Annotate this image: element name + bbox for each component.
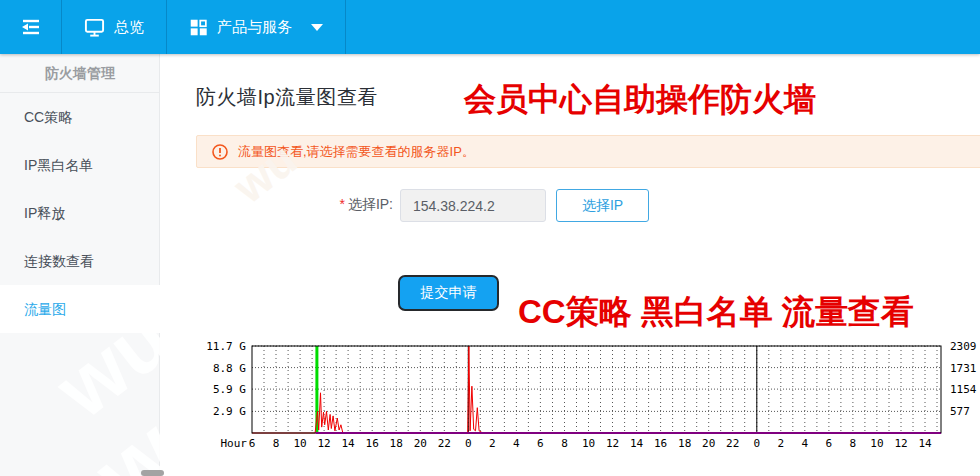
svg-text:11.7 G: 11.7 G: [206, 340, 246, 353]
info-alert: 流量图查看,请选择需要查看的服务器IP。: [196, 135, 980, 168]
svg-text:18: 18: [390, 437, 403, 450]
svg-text:5.9 G: 5.9 G: [213, 383, 246, 396]
svg-text:14: 14: [918, 437, 932, 450]
svg-text:6: 6: [537, 437, 544, 450]
sidebar: 防火墙管理 CC策略IP黑白名单IP释放连接数查看流量图: [0, 54, 160, 476]
chevron-down-icon: [311, 24, 323, 31]
svg-text:8: 8: [561, 437, 568, 450]
submit-request-button[interactable]: 提交申请: [398, 275, 499, 311]
svg-text:12: 12: [894, 437, 907, 450]
svg-text:2.9 G: 2.9 G: [213, 405, 246, 418]
svg-text:1731: 1731: [950, 362, 977, 375]
nav-item-overview[interactable]: 总览: [62, 0, 167, 54]
sidebar-menu: CC策略IP黑白名单IP释放连接数查看流量图: [0, 93, 159, 333]
page-title: 防火墙Ip流量图查看: [196, 84, 378, 111]
sidebar-item-connections-view[interactable]: 连接数查看: [0, 237, 159, 285]
y-axis-right-labels: 230917311154577: [950, 340, 977, 418]
svg-text:20: 20: [414, 437, 427, 450]
svg-text:0: 0: [753, 437, 760, 450]
svg-text:Hour: Hour: [221, 437, 248, 450]
ip-field-label: *选择IP:: [281, 196, 393, 214]
svg-text:10: 10: [870, 437, 883, 450]
svg-text:4: 4: [801, 437, 808, 450]
apps-grid-icon: [189, 18, 208, 37]
scrollbar-thumb[interactable]: [141, 470, 164, 476]
svg-text:8: 8: [850, 437, 857, 450]
menu-collapse-icon: [19, 15, 43, 39]
svg-text:14: 14: [341, 437, 355, 450]
ip-label-text: 选择IP:: [348, 196, 393, 212]
traffic-graph: 11.7 G8.8 G5.9 G2.9 G230917311154577Hour…: [186, 339, 980, 457]
svg-text:2309: 2309: [950, 340, 977, 353]
sidebar-item-traffic-graph[interactable]: 流量图: [0, 285, 160, 333]
traffic-graph-svg: 11.7 G8.8 G5.9 G2.9 G230917311154577Hour…: [186, 339, 980, 457]
nav-item-products-label: 产品与服务: [217, 18, 292, 37]
warning-icon: [212, 144, 228, 160]
annotation-member-center: 会员中心自助操作防火墙: [464, 78, 816, 122]
svg-text:18: 18: [678, 437, 691, 450]
sidebar-item-ip-blacklist[interactable]: IP黑白名单: [0, 141, 159, 189]
required-asterisk: *: [339, 196, 344, 212]
monitor-icon: [84, 17, 105, 38]
svg-text:577: 577: [950, 405, 970, 418]
annotation-features: CC策略 黑白名单 流量查看: [518, 290, 914, 335]
svg-text:10: 10: [293, 437, 306, 450]
sidebar-item-ip-release[interactable]: IP释放: [0, 189, 159, 237]
svg-text:16: 16: [654, 437, 667, 450]
alert-text: 流量图查看,请选择需要查看的服务器IP。: [238, 143, 475, 161]
nav-item-products[interactable]: 产品与服务: [167, 0, 346, 54]
svg-text:22: 22: [438, 437, 451, 450]
svg-text:12: 12: [606, 437, 619, 450]
ip-input[interactable]: [400, 189, 546, 222]
nav-item-overview-label: 总览: [114, 18, 144, 37]
svg-text:10: 10: [582, 437, 595, 450]
svg-text:16: 16: [366, 437, 379, 450]
svg-text:20: 20: [702, 437, 715, 450]
top-navigation-bar: 总览 产品与服务: [0, 0, 980, 54]
svg-text:1154: 1154: [950, 383, 977, 396]
sidebar-collapse-button[interactable]: [0, 0, 62, 54]
svg-text:6: 6: [826, 437, 833, 450]
svg-text:0: 0: [465, 437, 472, 450]
svg-text:22: 22: [726, 437, 739, 450]
svg-text:2: 2: [489, 437, 496, 450]
svg-text:6: 6: [249, 437, 256, 450]
svg-text:2: 2: [777, 437, 784, 450]
sidebar-item-cc-policy[interactable]: CC策略: [0, 93, 159, 141]
svg-text:14: 14: [630, 437, 644, 450]
x-axis-labels: Hour681012141618202202468101214161820220…: [221, 437, 932, 450]
select-ip-button[interactable]: 选择IP: [556, 189, 649, 222]
main-content: 防火墙Ip流量图查看 会员中心自助操作防火墙 流量图查看,请选择需要查看的服务器…: [161, 54, 980, 476]
sidebar-section-title: 防火墙管理: [0, 54, 159, 93]
svg-text:8: 8: [273, 437, 280, 450]
svg-text:12: 12: [317, 437, 330, 450]
y-axis-left-labels: 11.7 G8.8 G5.9 G2.9 G: [206, 340, 246, 418]
svg-text:8.8 G: 8.8 G: [213, 362, 246, 375]
svg-text:4: 4: [513, 437, 520, 450]
